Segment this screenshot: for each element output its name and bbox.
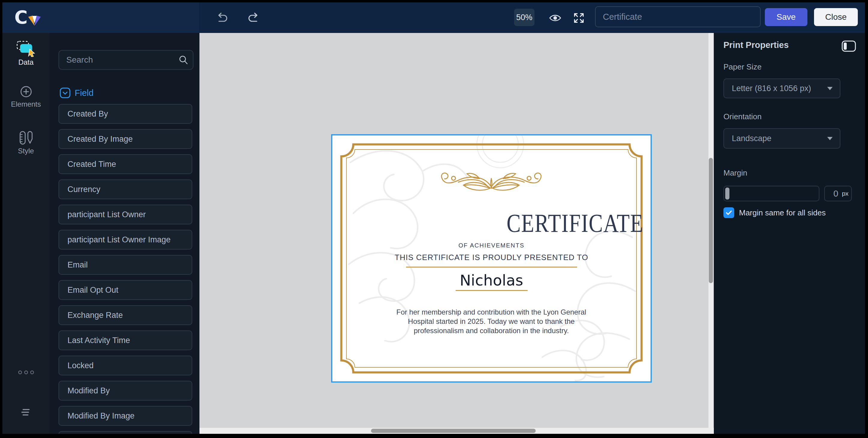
eye-icon [549, 13, 561, 23]
chevron-down-icon [827, 87, 833, 90]
field-chip[interactable]: Currency [59, 179, 192, 199]
undo-icon [215, 12, 228, 24]
creator-logo-arrow-icon [28, 15, 41, 28]
chevron-down-icon [827, 137, 833, 140]
field-section-label: Field [75, 88, 94, 98]
rail-item-label: Style [2, 147, 50, 155]
menu-lines-icon [21, 408, 31, 417]
print-properties-panel: Print Properties Paper Size Letter (816 … [714, 33, 865, 434]
paper-size-value: Letter (816 x 1056 px) [724, 84, 827, 93]
certificate-presented-line[interactable]: THIS CERTIFICATE IS PROUDLY PRESENTED TO [332, 253, 651, 262]
vertical-scrollbar-thumb[interactable] [709, 158, 713, 283]
check-icon [725, 210, 732, 215]
paper-size-label: Paper Size [723, 62, 762, 72]
rail-item-label: Data [2, 58, 50, 67]
margin-unit-label: px [842, 190, 848, 197]
field-chip[interactable]: participant List Owner Image [59, 230, 192, 249]
search-input[interactable] [59, 50, 193, 70]
gold-divider-long [406, 267, 577, 268]
margin-same-label: Margin same for all sides [739, 208, 826, 217]
ornament-flourish [439, 169, 544, 200]
orientation-value: Landscape [724, 134, 827, 143]
data-fields-panel: Field Created By Created By Image Create… [50, 33, 199, 434]
preview-button[interactable] [548, 11, 563, 25]
field-chip[interactable]: Locked [59, 356, 192, 375]
topbar: C 50% [2, 2, 865, 33]
style-icon [18, 131, 34, 145]
zoom-level-button[interactable]: 50% [514, 9, 534, 26]
rail-item-data[interactable]: Data [2, 39, 50, 67]
more-options-button[interactable] [2, 368, 50, 377]
topbar-logo-section: C [2, 2, 200, 33]
orientation-label: Orientation [723, 112, 762, 121]
certificate-subtitle[interactable]: OF ACHIEVEMENTS [332, 242, 651, 249]
rail-item-elements[interactable]: Elements [2, 85, 50, 108]
menu-button[interactable] [2, 407, 50, 417]
redo-button[interactable] [247, 11, 261, 25]
field-chip[interactable]: Email Opt Out [59, 280, 192, 300]
field-chip-partial[interactable] [59, 431, 192, 434]
certificate-body-text[interactable]: For her membership and contribution with… [386, 307, 596, 336]
panel-title: Print Properties [723, 40, 789, 50]
app-window: C 50% [0, 0, 868, 438]
margin-slider[interactable] [723, 186, 819, 201]
field-chip[interactable]: Last Activity Time [59, 331, 192, 350]
margin-label: Margin [723, 168, 747, 178]
field-chip[interactable]: Created By [59, 104, 192, 124]
field-chip[interactable]: Created Time [59, 154, 192, 174]
horizontal-scrollbar-thumb[interactable] [371, 429, 536, 433]
redo-icon [247, 12, 261, 24]
left-rail: Data Elements Style [2, 33, 50, 434]
save-button[interactable]: Save [765, 8, 807, 26]
panel-layout-icon [841, 40, 856, 52]
panel-toggle-button[interactable] [841, 39, 857, 53]
undo-button[interactable] [214, 11, 229, 25]
field-chip[interactable]: Exchange Rate [59, 305, 192, 325]
gold-divider-short [456, 290, 528, 291]
expand-icon [572, 11, 586, 25]
orientation-dropdown[interactable]: Landscape [723, 128, 840, 148]
field-section-toggle[interactable]: Field [60, 88, 94, 98]
field-chip[interactable]: participant List Owner [59, 205, 192, 225]
paper-size-dropdown[interactable]: Letter (816 x 1056 px) [723, 78, 840, 98]
rail-item-label: Elements [2, 100, 50, 108]
field-chip[interactable]: Email [59, 255, 192, 275]
margin-value-input[interactable] [828, 189, 839, 199]
three-dots-icon [17, 370, 35, 375]
recipient-name[interactable]: Nicholas [332, 272, 651, 289]
document-name-input[interactable] [595, 6, 761, 27]
field-chip[interactable]: Modified By Image [59, 406, 192, 426]
field-chip[interactable]: Created By Image [59, 129, 192, 149]
close-button[interactable]: Close [814, 8, 858, 26]
margin-value-box: px [824, 186, 852, 201]
margin-same-checkbox[interactable] [723, 207, 734, 218]
creator-logo[interactable]: C [14, 6, 28, 29]
fullscreen-button[interactable] [571, 10, 587, 26]
collapse-section-icon [60, 88, 70, 98]
search-icon [178, 55, 189, 65]
add-elements-icon [19, 85, 33, 99]
margin-slider-thumb[interactable] [725, 188, 730, 200]
data-icon [16, 39, 36, 57]
certificate-page[interactable]: CERTIFICATE OF ACHIEVEMENTS THIS CERTIFI… [332, 135, 651, 381]
rail-item-style[interactable]: Style [2, 131, 50, 155]
field-chip[interactable]: Modified By [59, 381, 192, 401]
